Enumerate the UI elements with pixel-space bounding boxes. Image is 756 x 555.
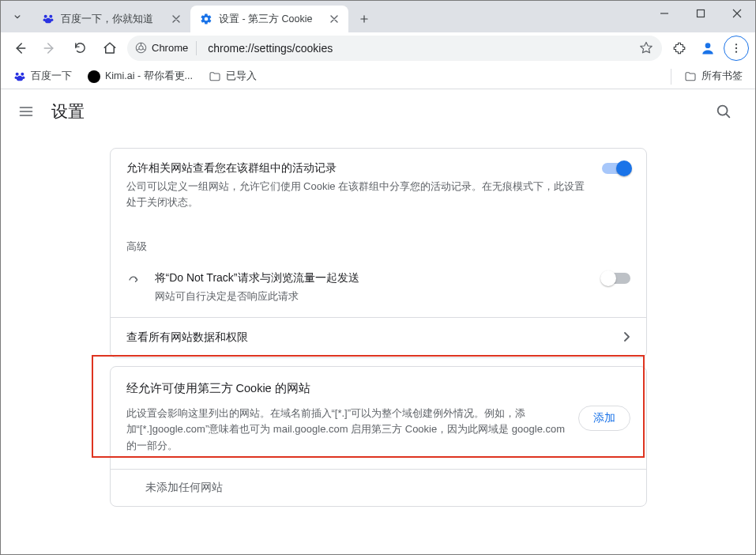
toggle-do-not-track[interactable] [602, 273, 630, 284]
add-site-button[interactable]: 添加 [578, 406, 630, 431]
page: 设置 允许相关网站查看您在该群组中的活动记录 公司可以定义一组网站，允许它们使用… [1, 89, 755, 554]
profile-button[interactable] [695, 36, 720, 61]
svg-point-9 [735, 47, 737, 48]
tab-title: 设置 - 第三方 Cookie [219, 13, 322, 26]
chip-separator [196, 41, 197, 55]
minimize-button[interactable] [646, 1, 683, 26]
bookmark-all-bookmarks[interactable]: 所有书签 [678, 66, 749, 86]
section-head-allowed: 经允许可使用第三方 Cookie 的网站 [111, 367, 646, 399]
settings-body: 允许相关网站查看您在该群组中的活动记录 公司可以定义一组网站，允许它们使用 Co… [1, 134, 755, 554]
bookmarks-divider [671, 69, 671, 85]
tab-baidu[interactable]: 百度一下，你就知道 [32, 6, 190, 32]
site-info-chip[interactable]: Chrome [135, 41, 200, 55]
svg-point-1 [49, 15, 52, 18]
svg-point-8 [735, 43, 737, 45]
settings-page-title: 设置 [51, 100, 85, 123]
svg-point-7 [705, 43, 711, 48]
settings-scroll[interactable]: 允许相关网站查看您在该群组中的活动记录 公司可以定义一组网站，允许它们使用 Co… [1, 134, 755, 554]
section-label-advanced: 高级 [111, 222, 646, 259]
row-subtitle: 网站可自行决定是否响应此请求 [155, 289, 589, 304]
row-do-not-track[interactable]: 将“Do Not Track”请求与浏览流量一起发送 网站可自行决定是否响应此请… [111, 259, 646, 317]
extensions-button[interactable] [667, 36, 692, 61]
forward-arrow-icon [126, 273, 142, 287]
settings-header: 设置 [1, 89, 755, 134]
row-title: 将“Do Not Track”请求与浏览流量一起发送 [155, 271, 589, 285]
bookmark-star-button[interactable] [635, 37, 657, 59]
bookmark-label: 已导入 [226, 70, 257, 83]
baidu-favicon-icon [13, 70, 26, 83]
folder-icon [209, 70, 221, 83]
row-allow-related-sites: 允许相关网站查看您在该群组中的活动记录 公司可以定义一组网站，允许它们使用 Co… [111, 149, 646, 222]
maximize-button[interactable] [683, 1, 719, 26]
omnibox[interactable]: Chrome [127, 36, 662, 61]
settings-search-button[interactable] [708, 96, 739, 127]
bookmark-label: 百度一下 [31, 70, 72, 83]
tab-strip: 百度一下，你就知道 设置 - 第三方 Cookie [1, 1, 755, 32]
row-subtitle: 公司可以定义一组网站，允许它们使用 Cookie 在该群组中分享您的活动记录。在… [126, 179, 589, 210]
kimi-favicon-icon [88, 70, 100, 83]
bookmark-baidu[interactable]: 百度一下 [7, 66, 78, 86]
settings-card: 允许相关网站查看您在该群组中的活动记录 公司可以定义一组网站，允许它们使用 Co… [110, 148, 647, 358]
gear-icon [200, 13, 213, 25]
svg-point-0 [44, 15, 47, 18]
toggle-related-sites[interactable] [602, 163, 630, 174]
new-tab-button[interactable] [353, 8, 375, 30]
folder-icon [684, 70, 697, 83]
svg-rect-4 [698, 10, 705, 17]
row-title: 允许相关网站查看您在该群组中的活动记录 [126, 161, 589, 176]
forward-button[interactable] [37, 36, 62, 61]
bookmark-folder-imported[interactable]: 已导入 [202, 66, 263, 86]
url-input[interactable] [206, 41, 629, 55]
back-button[interactable] [7, 36, 32, 61]
close-tab-button[interactable] [170, 13, 182, 25]
tab-settings-cookies[interactable]: 设置 - 第三方 Cookie [190, 6, 348, 32]
svg-point-11 [16, 72, 19, 75]
svg-point-10 [735, 51, 737, 52]
site-chip-label: Chrome [152, 42, 188, 54]
settings-menu-button[interactable] [17, 102, 36, 121]
section-description: 此设置会影响这里列出的网站。在域名前插入“[*.]”可以为整个域创建例外情况。例… [126, 406, 566, 455]
bookmark-kimi[interactable]: Kimi.ai - 帮你看更... [81, 66, 199, 86]
tab-title: 百度一下，你就知道 [61, 13, 164, 26]
bookmark-label: 所有书签 [701, 70, 743, 83]
toolbar: Chrome [1, 32, 755, 64]
home-button[interactable] [97, 36, 122, 61]
tab-search-button[interactable] [4, 3, 31, 30]
reload-button[interactable] [67, 36, 92, 61]
svg-point-6 [139, 46, 143, 50]
window-controls [646, 1, 755, 32]
section-desc-allowed: 此设置会影响这里列出的网站。在域名前插入“[*.]”可以为整个域创建例外情况。例… [111, 399, 646, 469]
settings-card-allowed-sites: 经允许可使用第三方 Cookie 的网站 此设置会影响这里列出的网站。在域名前插… [110, 366, 647, 507]
chevron-right-icon [624, 332, 630, 342]
svg-point-12 [21, 72, 24, 75]
bookmark-label: Kimi.ai - 帮你看更... [105, 70, 193, 83]
browser-window: 百度一下，你就知道 设置 - 第三方 Cookie [0, 0, 756, 555]
close-window-button[interactable] [719, 1, 755, 26]
baidu-favicon-icon [42, 13, 55, 25]
row-see-all-site-data[interactable]: 查看所有网站数据和权限 [111, 317, 646, 357]
close-tab-button[interactable] [328, 13, 340, 25]
row-title: 查看所有网站数据和权限 [126, 330, 611, 345]
section-title: 经允许可使用第三方 Cookie 的网站 [126, 381, 630, 396]
empty-sites-label: 未添加任何网站 [111, 469, 646, 506]
menu-button[interactable] [724, 36, 749, 61]
bookmarks-bar: 百度一下 Kimi.ai - 帮你看更... 已导入 所有书签 [1, 64, 755, 89]
